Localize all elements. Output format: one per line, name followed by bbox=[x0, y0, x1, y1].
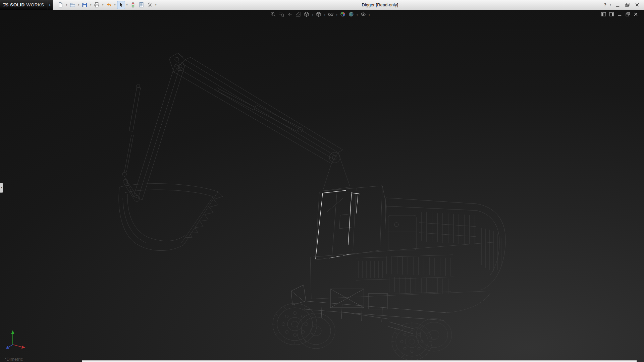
close-button[interactable] bbox=[633, 2, 641, 8]
options-icon bbox=[147, 2, 153, 8]
hide-show-items-button[interactable] bbox=[327, 11, 334, 19]
zoom-to-fit-icon bbox=[270, 11, 276, 18]
doc-close-button[interactable] bbox=[632, 11, 639, 18]
previous-view-icon bbox=[287, 11, 292, 18]
print-dropdown[interactable]: ▾ bbox=[101, 4, 105, 6]
status-bar-strip bbox=[82, 360, 637, 362]
viewport-pane-right-icon bbox=[609, 11, 614, 18]
view-orientation-button[interactable] bbox=[303, 11, 310, 19]
file-properties-button[interactable] bbox=[138, 1, 146, 9]
solidworks-logo-menu[interactable]: ƎS SOLIDWORKS bbox=[0, 0, 48, 10]
new-document-button[interactable] bbox=[57, 1, 65, 9]
view-orientation-label: *Dimetric bbox=[5, 357, 23, 362]
rebuild-icon bbox=[130, 2, 136, 8]
apply-scene-button[interactable] bbox=[347, 11, 355, 19]
collapse-left-icon: ◂ bbox=[1, 186, 2, 189]
heads-up-view-toolbar: ▾▾▾▾▾ bbox=[269, 11, 371, 19]
view-settings-dropdown[interactable]: ▾ bbox=[368, 14, 371, 16]
help-button[interactable]: ? bbox=[602, 2, 608, 8]
logo-text-solid: SOLID bbox=[10, 2, 24, 7]
edit-appearance-button[interactable] bbox=[339, 11, 346, 19]
open-dropdown[interactable]: ▾ bbox=[77, 4, 80, 6]
select-dropdown[interactable]: ▾ bbox=[125, 4, 129, 6]
help-dropdown[interactable]: ▾ bbox=[609, 4, 612, 6]
chevron-right-icon: ▸ bbox=[50, 3, 51, 6]
hide-show-items-icon bbox=[328, 11, 333, 18]
open-icon bbox=[70, 2, 75, 8]
display-style-dropdown[interactable]: ▾ bbox=[323, 14, 326, 16]
select-button[interactable] bbox=[117, 1, 125, 9]
viewport-pane-right-button[interactable] bbox=[608, 11, 615, 18]
doc-restore-icon bbox=[625, 11, 631, 18]
minimize-button[interactable] bbox=[613, 2, 622, 8]
open-button[interactable] bbox=[69, 1, 77, 9]
display-style-icon bbox=[316, 11, 321, 18]
wheels-wireframe bbox=[273, 303, 452, 360]
select-icon bbox=[118, 2, 124, 8]
doc-close-icon bbox=[633, 11, 639, 18]
boom-arm-wireframe bbox=[119, 53, 350, 251]
viewport-pane-left-icon bbox=[601, 11, 606, 18]
display-style-button[interactable] bbox=[315, 11, 322, 19]
previous-view-button[interactable] bbox=[286, 11, 293, 19]
logo-text-works: WORKS bbox=[26, 2, 44, 7]
view-orientation-dropdown[interactable]: ▾ bbox=[311, 14, 314, 16]
triad-x-axis bbox=[13, 345, 25, 349]
undo-button[interactable] bbox=[105, 1, 113, 9]
options-button[interactable] bbox=[146, 1, 154, 9]
apply-scene-dropdown[interactable]: ▾ bbox=[356, 14, 359, 16]
doc-minimize-button[interactable] bbox=[616, 11, 623, 18]
new-document-dropdown[interactable]: ▾ bbox=[65, 4, 68, 6]
save-dropdown[interactable]: ▾ bbox=[89, 4, 93, 6]
undo-dropdown[interactable]: ▾ bbox=[113, 4, 117, 6]
edit-appearance-icon bbox=[340, 11, 345, 18]
section-view-icon bbox=[295, 11, 301, 18]
restore-button[interactable] bbox=[623, 2, 632, 8]
viewport-pane-left-button[interactable] bbox=[600, 11, 607, 18]
featuremanager-collapse-tab[interactable]: ◂ bbox=[0, 183, 3, 193]
rebuild-button[interactable] bbox=[129, 1, 137, 9]
menu-expand-arrow[interactable]: ▸ bbox=[48, 0, 53, 10]
view-settings-icon bbox=[360, 11, 366, 18]
undercarriage-wireframe bbox=[291, 285, 446, 334]
triad-z-axis bbox=[6, 345, 13, 349]
doc-minimize-icon bbox=[617, 11, 623, 18]
print-icon bbox=[94, 2, 100, 8]
new-document-icon bbox=[58, 2, 63, 8]
apply-scene-icon bbox=[348, 11, 354, 18]
title-bar: ƎS SOLIDWORKS ▸ ▾▾▾▾▾▾▾ Digger [Read-onl… bbox=[0, 0, 644, 10]
zoom-to-fit-button[interactable] bbox=[269, 11, 277, 19]
body-cab-wireframe bbox=[310, 186, 505, 313]
quick-access-toolbar: ▾▾▾▾▾▾▾ bbox=[57, 0, 158, 10]
document-window-controls bbox=[600, 11, 639, 18]
orientation-triad bbox=[4, 325, 31, 352]
hide-show-items-dropdown[interactable]: ▾ bbox=[335, 14, 338, 16]
save-icon bbox=[82, 2, 88, 8]
undo-icon bbox=[106, 2, 112, 8]
zoom-to-area-button[interactable] bbox=[277, 11, 285, 19]
ds-logo-icon: ƎS bbox=[3, 2, 8, 7]
print-button[interactable] bbox=[93, 1, 101, 9]
options-dropdown[interactable]: ▾ bbox=[154, 4, 158, 6]
excavator-wireframe-model bbox=[0, 10, 644, 362]
zoom-to-area-icon bbox=[278, 11, 284, 18]
doc-restore-button[interactable] bbox=[624, 11, 631, 18]
solidworks-window: ƎS SOLIDWORKS ▸ ▾▾▾▾▾▾▾ Digger [Read-onl… bbox=[0, 0, 644, 362]
document-title: Digger [Read-only] bbox=[158, 2, 602, 7]
section-view-button[interactable] bbox=[294, 11, 302, 19]
window-controls: ?▾ bbox=[602, 2, 644, 8]
triad-y-axis bbox=[11, 330, 14, 345]
graphics-viewport[interactable]: ▾▾▾▾▾ *Dimetric ◂ bbox=[0, 10, 644, 362]
save-button[interactable] bbox=[81, 1, 89, 9]
file-properties-icon bbox=[139, 2, 144, 8]
view-orientation-icon bbox=[304, 11, 309, 18]
view-settings-button[interactable] bbox=[359, 11, 367, 19]
cab-highlight-edges bbox=[316, 190, 360, 259]
